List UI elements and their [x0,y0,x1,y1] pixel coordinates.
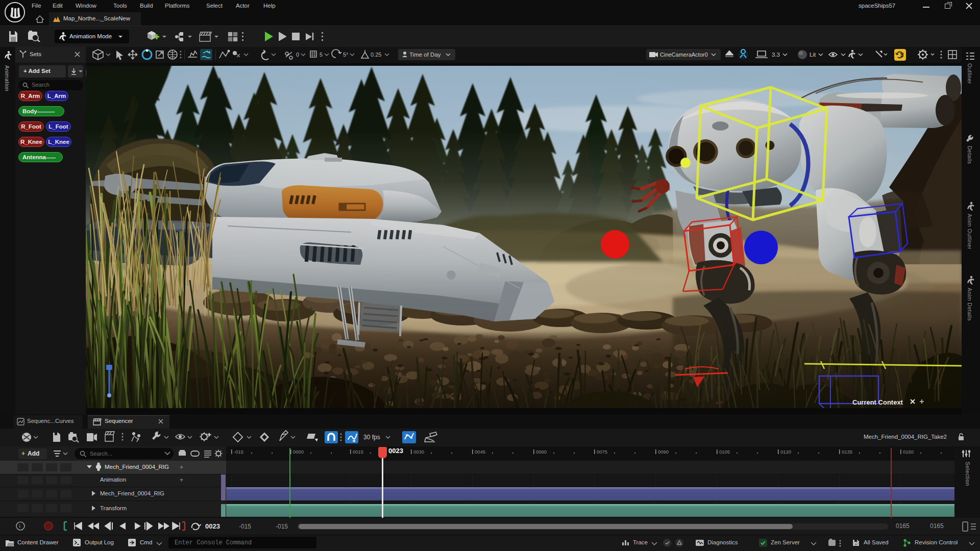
svg-text:5°: 5° [343,52,349,58]
svg-text:0060: 0060 [536,449,547,455]
svg-text:0135: 0135 [842,449,852,455]
svg-text:i: i [19,523,20,529]
svg-text:CineCameraActor0: CineCameraActor0 [660,52,708,58]
svg-text:0000: 0000 [293,449,304,455]
svg-text:0150: 0150 [903,449,914,455]
svg-text:0030: 0030 [413,449,424,455]
svg-text:0045: 0045 [475,449,485,455]
svg-text:0.25: 0.25 [371,52,381,58]
svg-text:0023: 0023 [205,522,220,530]
svg-text:Lit: Lit [810,52,816,58]
svg-text:-015: -015 [276,523,288,530]
svg-text:-015: -015 [239,523,251,530]
svg-text:3.3: 3.3 [772,52,780,58]
svg-text:0075: 0075 [597,449,607,455]
svg-text:5: 5 [320,52,323,58]
svg-text:-015: -015 [234,449,243,455]
svg-text:0120: 0120 [780,449,791,455]
svg-text:30 fps: 30 fps [363,434,380,441]
svg-text:0090: 0090 [658,449,669,455]
svg-text:0: 0 [296,52,299,58]
svg-text:Current Context: Current Context [852,398,903,406]
svg-text:Time of Day: Time of Day [409,52,441,58]
svg-text:0105: 0105 [719,449,730,455]
svg-text:0015: 0015 [353,449,363,455]
